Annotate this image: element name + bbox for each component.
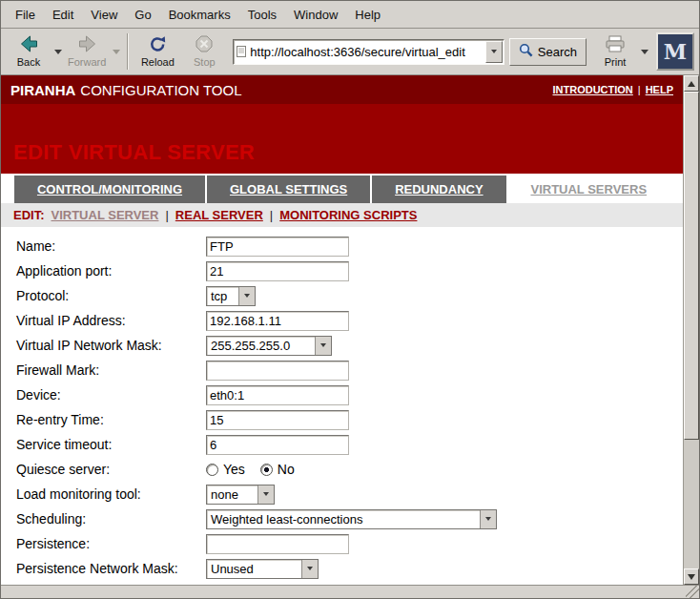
subnav-link-virtual-server[interactable]: VIRTUAL SERVER	[51, 208, 159, 222]
reload-button[interactable]: Reload	[134, 30, 180, 73]
name-input[interactable]	[206, 237, 349, 257]
form-rows: Name:Application port:Protocol:tcpVirtua…	[16, 234, 683, 581]
browser-window: FileEditViewGoBookmarksToolsWindowHelp B…	[0, 0, 700, 599]
field-control-scheduling: Weighted least-connections	[206, 509, 497, 529]
radio-label-no: No	[278, 462, 295, 477]
search-label: Search	[538, 45, 577, 59]
print-dropdown[interactable]	[639, 31, 649, 72]
scrollbar-up-button[interactable]	[684, 75, 699, 92]
url-input[interactable]	[246, 45, 484, 59]
caret-icon	[485, 517, 491, 521]
page-title: EDIT VIRTUAL SERVER	[13, 140, 255, 165]
selected-value: Weighted least-connections	[207, 510, 480, 528]
search-button[interactable]: Search	[509, 38, 587, 66]
selected-value: tcp	[207, 287, 238, 305]
scrollbar-thumb[interactable]	[684, 92, 699, 440]
mozilla-logo[interactable]: M	[656, 32, 694, 71]
selected-value: 255.255.255.0	[207, 337, 315, 355]
form-row-persistence: Persistence:	[16, 531, 683, 556]
separator: |	[270, 208, 273, 222]
field-label-persistence: Persistence:	[16, 536, 206, 551]
field-control-firewall-mark	[206, 361, 349, 381]
field-label-service-timeout: Service timeout:	[16, 437, 206, 452]
menu-help[interactable]: Help	[346, 4, 389, 26]
load-monitoring-tool-select[interactable]: none	[206, 485, 275, 505]
service-timeout-input[interactable]	[206, 435, 349, 455]
caret-icon	[263, 492, 269, 496]
subnav-prefix: EDIT:	[13, 208, 45, 222]
dropdown-arrow-icon[interactable]	[315, 337, 331, 355]
forward-dropdown[interactable]	[111, 31, 121, 72]
field-control-application-port	[206, 261, 349, 281]
brand-rest: CONFIGURATION TOOL	[80, 82, 241, 98]
radio-option-yes[interactable]: Yes	[206, 462, 245, 477]
menu-window[interactable]: Window	[285, 4, 346, 26]
dropdown-arrow-icon[interactable]	[238, 287, 255, 305]
scrollbar-track[interactable]	[684, 92, 699, 568]
radio-icon[interactable]	[206, 464, 218, 476]
menu-view[interactable]: View	[82, 4, 126, 26]
arrow-down-icon	[688, 574, 695, 580]
menu-bookmarks[interactable]: Bookmarks	[160, 4, 239, 26]
header-link-introduction[interactable]: INTRODUCTION	[552, 84, 632, 95]
vertical-scrollbar[interactable]	[683, 75, 699, 585]
scrollbar-down-button[interactable]	[684, 568, 699, 585]
radio-option-no[interactable]: No	[260, 462, 295, 477]
field-label-name: Name:	[16, 238, 206, 254]
search-icon	[519, 43, 533, 60]
piranha-header-bar: PIRANHACONFIGURATION TOOL INTRODUCTION|H…	[1, 75, 683, 104]
field-control-re-entry-time	[206, 410, 349, 430]
protocol-select[interactable]: tcp	[206, 286, 256, 306]
dropdown-arrow-icon[interactable]	[301, 560, 318, 578]
dropdown-arrow-icon[interactable]	[257, 485, 274, 504]
menu-bar: FileEditViewGoBookmarksToolsWindowHelp	[1, 1, 699, 29]
tab-label: VIRTUAL SERVERS	[530, 182, 647, 196]
print-button[interactable]: Print	[592, 30, 638, 73]
virtual-ip-address-input[interactable]	[206, 311, 349, 331]
device-input[interactable]	[206, 385, 349, 405]
url-dropdown-button[interactable]	[485, 41, 503, 63]
subnav-link-real-server[interactable]: REAL SERVER	[175, 208, 263, 222]
dropdown-caret-icon	[641, 50, 649, 54]
virtual-ip-network-mask-select[interactable]: 255.255.255.0	[206, 336, 332, 356]
form-row-virtual-ip-address: Virtual IP Address:	[16, 308, 683, 333]
selected-value: none	[207, 485, 257, 504]
form-row-protocol: Protocol:tcp	[16, 283, 683, 308]
back-button[interactable]: Back	[6, 30, 51, 73]
dropdown-arrow-icon[interactable]	[480, 510, 496, 528]
forward-icon	[77, 35, 97, 54]
dropdown-caret-icon	[54, 50, 62, 54]
toolbar-separator	[127, 33, 129, 70]
field-label-re-entry-time: Re-entry Time:	[16, 412, 206, 427]
reload-icon	[149, 35, 167, 54]
form-row-load-monitoring-tool: Load monitoring tool:none	[16, 482, 683, 506]
persistence-network-mask-select[interactable]: Unused	[206, 559, 319, 579]
arrow-up-icon	[688, 81, 695, 87]
re-entry-time-input[interactable]	[206, 410, 349, 430]
menu-edit[interactable]: Edit	[44, 4, 82, 26]
dropdown-caret-icon	[491, 50, 497, 53]
forward-button[interactable]: Forward	[64, 30, 110, 73]
menu-file[interactable]: File	[7, 4, 44, 26]
tab-control-monitoring[interactable]: CONTROL/MONITORING	[14, 176, 205, 203]
subnav-links: VIRTUAL SERVER|REAL SERVER|MONITORING SC…	[51, 208, 418, 222]
header-link-help[interactable]: HELP	[646, 84, 673, 95]
subnav-link-monitoring-scripts[interactable]: MONITORING SCRIPTS	[279, 208, 417, 222]
url-bar[interactable]	[233, 39, 504, 65]
firewall-mark-input[interactable]	[206, 361, 349, 381]
scheduling-select[interactable]: Weighted least-connections	[206, 509, 497, 529]
persistence-input[interactable]	[206, 534, 349, 554]
menu-go[interactable]: Go	[126, 4, 159, 26]
application-port-input[interactable]	[206, 261, 349, 281]
separator: |	[638, 84, 641, 95]
radio-icon[interactable]	[260, 464, 273, 476]
tab-virtual-servers[interactable]: VIRTUAL SERVERS	[508, 176, 670, 203]
resize-grip[interactable]	[686, 586, 699, 598]
navigation-toolbar: Back Forward Reload Stop	[1, 29, 699, 75]
field-control-persistence	[206, 534, 349, 554]
tab-global-settings[interactable]: GLOBAL SETTINGS	[207, 176, 370, 203]
back-dropdown[interactable]	[52, 31, 63, 72]
stop-button[interactable]: Stop	[181, 30, 227, 73]
tab-redundancy[interactable]: REDUNDANCY	[372, 176, 505, 203]
menu-tools[interactable]: Tools	[239, 4, 285, 26]
